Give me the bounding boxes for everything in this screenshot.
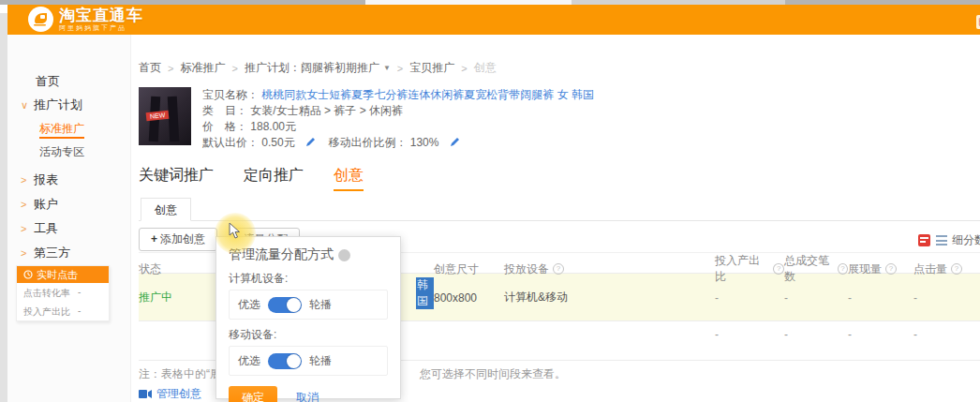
- scrollbar-thumb[interactable]: [0, 5, 7, 13]
- subtab-bar: 创意: [139, 198, 980, 221]
- col-status: 状态: [139, 261, 223, 277]
- sidebar-item-thirdparty[interactable]: >第三方: [7, 245, 131, 261]
- clicks-value: -: [913, 291, 980, 305]
- col-clicks: 点击量: [913, 261, 980, 277]
- app-logo[interactable]: 淘宝直通车 阿里妈妈旗下产品: [28, 7, 143, 32]
- info-icon[interactable]: [838, 263, 848, 275]
- edit-bid-icon[interactable]: [305, 136, 316, 151]
- breadcrumb-separator-icon: >: [461, 63, 467, 74]
- sidebar-item-campaigns[interactable]: ∨推广计划: [7, 97, 131, 113]
- roi-value: -: [715, 291, 784, 305]
- tab-targeting[interactable]: 定向推广: [244, 166, 304, 191]
- chevron-right-icon: >: [21, 247, 30, 259]
- tab-creative[interactable]: 创意: [334, 166, 364, 191]
- summary-roi: -: [715, 328, 784, 341]
- tab-keywords[interactable]: 关键词推广: [139, 166, 214, 191]
- product-name-row: 宝贝名称： 桃桃同款女士短裤夏季七分裤连体休闲裤夏宽松背带阔腿裤 女 韩国: [202, 87, 594, 102]
- product-image[interactable]: NEW: [139, 87, 191, 145]
- segment-data-label[interactable]: 细分数据: [952, 232, 980, 248]
- product-category-row: 类 目： 女装/女士精品 > 裤子 > 休闲裤: [202, 103, 594, 118]
- traffic-allocation-popup: 管理流量分配方式 计算机设备: 优选 轮播 移动设备: 优选 轮播 确定 取消: [215, 236, 401, 399]
- deals-value: -: [784, 291, 848, 305]
- price-value: 188.00元: [250, 120, 296, 133]
- sidebar-item-home[interactable]: 首页: [7, 73, 131, 90]
- sidebar-item-account[interactable]: >账户: [7, 196, 131, 213]
- mobile-priority-toggle[interactable]: [268, 353, 302, 369]
- new-badge: NEW: [146, 111, 170, 121]
- category-value: 女装/女士精品 > 裤子 > 休闲裤: [250, 104, 403, 117]
- breadcrumb-campaign[interactable]: 推广计划：阔腿裤初期推广: [245, 60, 379, 76]
- info-icon[interactable]: [773, 263, 784, 275]
- add-creative-button[interactable]: +添加创意: [139, 228, 217, 251]
- popup-title-row: 管理流量分配方式: [229, 246, 388, 263]
- option-carousel-label: 轮播: [309, 297, 332, 313]
- price-label: 价 格：: [202, 120, 247, 133]
- chevron-right-icon: >: [21, 199, 30, 210]
- user-menu-fragment[interactable]: 巴: [976, 15, 980, 29]
- realtime-widget-header[interactable]: 实时点击: [17, 266, 109, 283]
- device-value: 计算机&移动: [504, 290, 715, 305]
- chevron-right-icon: >: [21, 223, 30, 234]
- product-name-link[interactable]: 桃桃同款女士短裤夏季七分裤连体休闲裤夏宽松背带阔腿裤 女 韩国: [261, 88, 594, 101]
- creative-title-fragment: 韩国: [416, 277, 434, 309]
- plus-icon: +: [151, 232, 157, 246]
- edit-mobile-ratio-icon[interactable]: [450, 136, 460, 151]
- chevron-right-icon: >: [21, 174, 30, 186]
- product-summary: NEW 宝贝名称： 桃桃同款女士短裤夏季七分裤连体休闲裤夏宽松背带阔腿裤 女 韩…: [139, 87, 980, 152]
- breadcrumb-separator-icon: >: [168, 63, 173, 74]
- option-priority-label: 优选: [238, 353, 260, 369]
- sidebar-item-tools[interactable]: >工具: [7, 220, 131, 237]
- breadcrumb-creative: 创意: [474, 60, 497, 76]
- dropdown-caret-icon[interactable]: ▼: [383, 64, 391, 72]
- breadcrumb: 首页 > 标准推广 > 推广计划：阔腿裤初期推广 ▼ > 宝贝推广 > 创意: [139, 60, 980, 76]
- train-icon: [28, 7, 53, 32]
- option-carousel-label: 轮播: [309, 353, 332, 369]
- category-label: 类 目：: [202, 104, 247, 117]
- summary-impressions: -: [848, 328, 913, 341]
- clock-icon: [23, 270, 33, 279]
- promo-tabs: 关键词推广 定向推广 创意: [139, 166, 980, 191]
- app-subtitle: 阿里妈妈旗下产品: [59, 24, 143, 32]
- realtime-click-widget: 实时点击 点击转化率 - 投入产出比 -: [16, 265, 110, 321]
- breadcrumb-item-promo[interactable]: 宝贝推广: [409, 60, 454, 76]
- manage-creative-icon: [139, 389, 152, 399]
- sidebar-item-reports[interactable]: >报表: [7, 171, 131, 188]
- summary-deals: -: [784, 328, 848, 341]
- info-icon[interactable]: [885, 263, 897, 275]
- breadcrumb-separator-icon: >: [231, 63, 237, 74]
- sidebar-nav: 首页 ∨推广计划 标准推广 活动专区 >报表 >账户 >工具 >第三方: [7, 35, 131, 402]
- popup-actions: 确定 取消: [229, 386, 388, 402]
- sidebar-item-activity-zone[interactable]: 活动专区: [7, 144, 131, 160]
- chevron-down-icon: ∨: [21, 99, 30, 112]
- status-badge: 推广中: [139, 290, 223, 305]
- product-bid-row: 默认出价： 0.50元 移动出价比例： 130%: [202, 135, 594, 151]
- info-icon[interactable]: [951, 263, 962, 275]
- columns-icon[interactable]: [936, 235, 947, 246]
- bid-label: 默认出价：: [202, 136, 259, 149]
- col-roi: 投入产出比: [715, 253, 784, 285]
- product-price-row: 价 格： 188.00元: [202, 119, 594, 134]
- col-impressions: 展现量: [848, 261, 913, 277]
- realtime-row-roi: 投入产出比 -: [17, 302, 109, 320]
- left-scrollbar[interactable]: [0, 5, 7, 402]
- sidebar-item-standard-promo[interactable]: 标准推广: [7, 121, 131, 137]
- cancel-button[interactable]: 取消: [296, 390, 319, 402]
- computer-priority-toggle[interactable]: [268, 297, 302, 313]
- mobile-ratio-label: 移动出价比例：: [328, 136, 407, 149]
- note-suffix: 您可选择不同时间段来查看。: [420, 366, 566, 382]
- option-priority-label: 优选: [238, 297, 260, 313]
- mobile-toggle-box: 优选 轮播: [229, 346, 388, 376]
- app-screen: 淘宝直通车 阿里妈妈旗下产品 巴 首页 ∨推广计划 标准推广 活动专区 >报表 …: [0, 0, 980, 402]
- app-title: 淘宝直通车: [59, 7, 143, 24]
- realtime-widget-title: 实时点击: [37, 268, 78, 282]
- info-icon[interactable]: [553, 263, 564, 275]
- realtime-row-ctr: 点击转化率 -: [17, 283, 109, 302]
- subtab-creative[interactable]: 创意: [141, 198, 191, 221]
- confirm-button[interactable]: 确定: [229, 386, 277, 402]
- summary-clicks: -: [913, 328, 980, 341]
- breadcrumb-home[interactable]: 首页: [139, 60, 161, 76]
- breadcrumb-standard-promo[interactable]: 标准推广: [180, 60, 225, 76]
- red-promo-icon[interactable]: [918, 234, 930, 246]
- help-icon[interactable]: [338, 249, 350, 261]
- col-size: 创意尺寸: [434, 261, 504, 277]
